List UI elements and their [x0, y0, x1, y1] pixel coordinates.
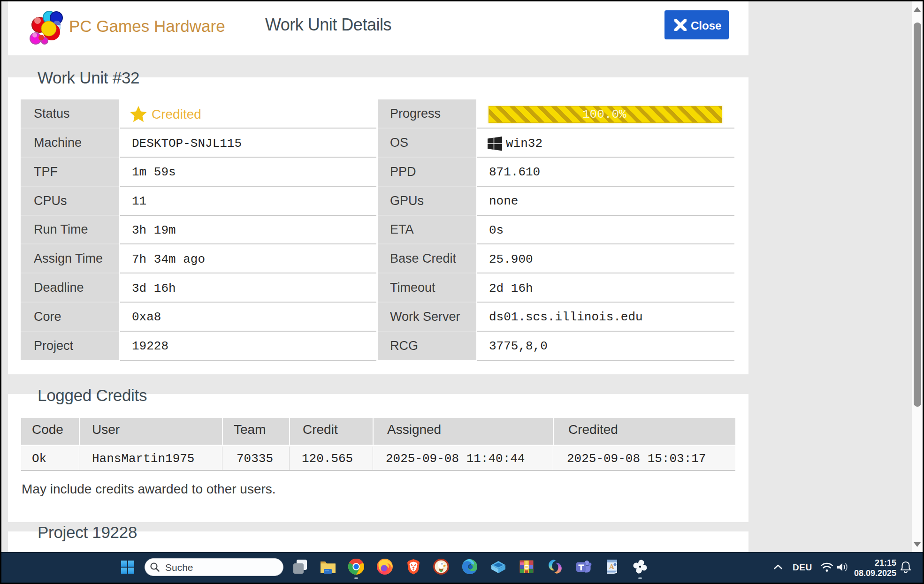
- svg-text:A: A: [609, 563, 614, 570]
